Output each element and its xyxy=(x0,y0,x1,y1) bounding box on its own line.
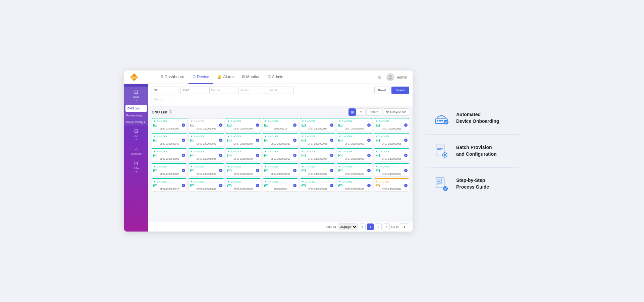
device-card[interactable]: ▼ 2.4G/5G + DF27-2300000002 xyxy=(300,163,335,177)
add-device-button[interactable]: + xyxy=(182,169,185,172)
reset-button[interactable]: Reset xyxy=(374,87,390,94)
device-card[interactable]: ▼ 2.4G/5G + DF27-2300000022 xyxy=(189,163,224,177)
device-card[interactable]: ▼ 2.4G/5G + DF27-2300000010 xyxy=(263,163,298,177)
add-device-button[interactable]: + xyxy=(219,184,222,187)
device-card[interactable]: ▼ 2.4G/5G + DF27-2300000008 xyxy=(226,178,261,192)
next-page-button[interactable]: > xyxy=(383,223,390,230)
add-device-button[interactable]: + xyxy=(293,169,297,172)
sidebar-item-ota[interactable]: ⊡ OTA ▼ xyxy=(124,158,148,176)
device-card[interactable]: ▼ 2.4G/5G + DF27-2300000025 xyxy=(374,133,409,146)
add-device-button[interactable]: + xyxy=(330,139,333,142)
add-device-button[interactable]: + xyxy=(219,139,222,142)
add-device-button[interactable]: + xyxy=(330,154,333,157)
add-device-button[interactable]: + xyxy=(182,123,185,127)
nav-item-monitor[interactable]: ⊡ Monitor xyxy=(238,70,264,84)
device-card[interactable]: ▼ 2.4G/5G + DF27-2300000007 xyxy=(300,178,335,192)
nav-item-device[interactable]: ⊡ Device xyxy=(189,70,213,84)
add-device-button[interactable]: + xyxy=(330,184,333,187)
device-card[interactable]: ▼ 2.4G/5G + DF27-2300000043 xyxy=(189,133,224,146)
add-device-button[interactable]: + xyxy=(293,184,297,187)
device-card[interactable]: ▼ 2.4G/5G + DF27-2300000003 xyxy=(374,163,409,177)
sidebar-item-olt[interactable]: ⊡ OLT ▼ xyxy=(124,125,148,144)
add-device-button[interactable]: + xyxy=(293,123,297,127)
feature-card-onboarding[interactable]: AutomatedDevice Onboarding xyxy=(426,102,520,135)
add-device-button[interactable]: + xyxy=(293,139,297,142)
add-device-button[interactable]: + xyxy=(256,154,259,157)
list-view-button[interactable]: ≡ xyxy=(357,108,364,116)
add-device-button[interactable]: + xyxy=(256,184,259,187)
domain-select[interactable]: Domain xyxy=(209,87,236,94)
nav-item-alarm[interactable]: 🔔 Alarm xyxy=(213,70,237,84)
sidebar-sub-group-config[interactable]: Group Config ▾ xyxy=(124,119,148,125)
device-card[interactable]: ▼ 2.4G/5G + DF27-2300000004 xyxy=(300,148,335,161)
device-card[interactable]: ▼ 2.4G/5G + DF27-2300000029 xyxy=(263,133,298,146)
add-device-button[interactable]: + xyxy=(330,123,333,127)
device-card[interactable]: ▼ 2.4G/5G + DF27-2300000005 xyxy=(189,148,224,161)
vendor-select[interactable]: Vendor xyxy=(238,87,265,94)
device-card[interactable]: ▼ 2.4G/5G + DF27-2300000045 xyxy=(189,118,224,131)
add-device-button[interactable]: + xyxy=(367,123,371,127)
settings-button[interactable]: ⚙ xyxy=(376,73,384,81)
sn-input[interactable] xyxy=(152,87,178,94)
feature-card-batch[interactable]: Batch Provisionand Configuration xyxy=(426,135,520,167)
device-card[interactable]: ▼ 2.4G/5G + DF27-2300000003 xyxy=(152,148,187,161)
sidebar-item-topology[interactable]: △ Topology xyxy=(124,144,148,158)
device-card[interactable]: ▼ 2.4G/5G + DF27-2300000024 xyxy=(226,133,261,146)
device-card[interactable]: ▼ 2.4G/5G + DF27-2300000017 xyxy=(152,178,187,192)
device-card[interactable]: ▼ 2.4G/5G + DF27-2300000006 xyxy=(374,148,409,161)
add-device-button[interactable]: + xyxy=(404,139,408,142)
device-card[interactable]: ▼ 2.4G/5G + DF27-2300000004 xyxy=(226,118,261,131)
device-card[interactable]: ▼ 2.4G/5G + DF27-2300000046 xyxy=(189,178,224,192)
device-card[interactable]: ▼ 2.4G/5G + DF27-2300000002 xyxy=(152,118,187,131)
model-select[interactable]: Model xyxy=(267,87,294,94)
device-card[interactable]: ▼ 2.4G/5G + DF27-2300000014 xyxy=(226,148,261,161)
sidebar-sub-onu-list[interactable]: ONU List xyxy=(125,105,147,112)
recycle-bin-button[interactable]: 🗑 Recycle Bin xyxy=(383,108,409,116)
add-device-button[interactable]: + xyxy=(219,154,222,157)
device-card[interactable]: ▼ 2.4G/5G + DF27-2300000012 xyxy=(263,148,298,161)
add-device-button[interactable]: + xyxy=(256,123,259,127)
device-card[interactable]: ▼ 2.4G/5G + DF27-2300000041 xyxy=(337,118,372,131)
add-device-button[interactable]: + xyxy=(367,154,371,157)
add-device-button[interactable]: + xyxy=(219,169,222,172)
sidebar-item-onu[interactable]: ⊡ ONU ▲ xyxy=(124,87,148,105)
device-card[interactable]: ▼ 2.4G/5G + DF27-2300000042 xyxy=(152,133,187,146)
device-card[interactable]: ▼ 2.4G/5G + DF27-2300000003 xyxy=(337,133,372,146)
device-card[interactable]: ▼ 2.4G/5G + DF27-2300000007 xyxy=(152,163,187,177)
add-device-button[interactable]: + xyxy=(256,169,259,172)
device-card[interactable]: ▼ 2.4G/5G + DF27-2300000047 xyxy=(374,178,409,192)
device-card[interactable]: ▼ 2.4G/5G + DF27-2300000060 xyxy=(337,178,372,192)
device-card[interactable]: ▼ 2.4G/5G + DF27-2300000019 xyxy=(226,163,261,177)
add-device-button[interactable]: + xyxy=(293,154,297,157)
prev-page-button[interactable]: < xyxy=(359,223,366,230)
delete-button[interactable]: Delete xyxy=(366,108,381,116)
feature-card-guide[interactable]: Step-by-StepProcess Guide xyxy=(426,168,520,200)
device-card[interactable]: ▼ 2.4G/5G + 2503700002 xyxy=(263,178,298,192)
device-card[interactable]: ▼ 2.4G/5G + DF27-2300000044 xyxy=(300,118,335,131)
add-device-button[interactable]: + xyxy=(219,123,222,127)
add-device-button[interactable]: + xyxy=(182,184,185,187)
page-2-button[interactable]: 2 xyxy=(375,223,382,230)
device-card[interactable]: ▼ 2.4G/5G + DF27-2300000001 xyxy=(337,148,372,161)
per-page-select[interactable]: 35/page xyxy=(338,223,358,230)
nav-item-admin[interactable]: ⊡ Admin xyxy=(264,70,287,84)
device-card[interactable]: ▼ 2.4G/5G + DF27-2300000023 xyxy=(337,163,372,177)
add-device-button[interactable]: + xyxy=(404,123,408,127)
add-device-button[interactable]: + xyxy=(404,184,408,187)
add-device-button[interactable]: + xyxy=(182,154,185,157)
add-device-button[interactable]: + xyxy=(256,139,259,142)
add-device-button[interactable]: + xyxy=(404,154,408,157)
grid-view-button[interactable]: ⊞ xyxy=(348,108,356,116)
add-device-button[interactable]: + xyxy=(330,169,333,172)
nav-item-dashboard[interactable]: ⊞ Dashboard xyxy=(156,70,189,84)
goto-input[interactable] xyxy=(400,223,409,230)
device-card[interactable]: ▼ 2.4G/5G + DF27-2500000031 xyxy=(374,118,409,131)
add-device-button[interactable]: + xyxy=(182,139,185,142)
status-select[interactable]: Status xyxy=(152,96,175,103)
search-button[interactable]: Search xyxy=(391,87,409,94)
device-card[interactable]: ▼ 2.4G/5G + DF27-2300000006 xyxy=(300,133,335,146)
add-device-button[interactable]: + xyxy=(367,169,371,172)
sidebar-sub-provisioning[interactable]: Provisioning xyxy=(124,112,148,119)
add-device-button[interactable]: + xyxy=(367,139,371,142)
add-device-button[interactable]: + xyxy=(367,184,371,187)
